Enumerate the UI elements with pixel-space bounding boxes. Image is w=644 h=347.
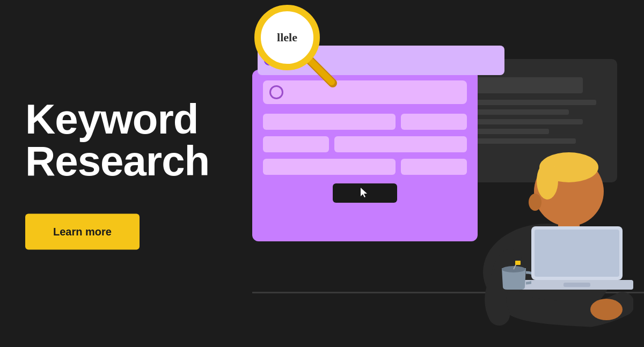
- svg-point-10: [590, 299, 623, 320]
- svg-rect-18: [564, 283, 590, 287]
- tea-cup: [496, 257, 531, 292]
- person-illustration: [440, 68, 633, 347]
- keyword-row-1: [263, 114, 467, 130]
- svg-rect-14: [515, 261, 521, 265]
- svg-text:llele: llele: [277, 31, 297, 44]
- hero-section: Keyword Research Learn more: [0, 0, 644, 347]
- keyword-chip: [263, 114, 396, 130]
- illustration-area: llele llele: [236, 0, 644, 347]
- keyword-row-2: [263, 136, 467, 152]
- svg-line-2: [310, 61, 332, 82]
- keyword-chip: [263, 136, 329, 152]
- hero-title: Keyword Research: [25, 98, 209, 181]
- keyword-chip: [263, 159, 396, 175]
- keyword-row-3: [263, 159, 467, 175]
- magnify-glass-icon: llele: [247, 0, 343, 94]
- keyword-rows: [263, 114, 467, 175]
- magnifying-glass: llele: [247, 0, 343, 96]
- title-line1: Keyword: [25, 95, 198, 142]
- title-line2: Research: [25, 137, 209, 184]
- svg-point-11: [529, 194, 541, 211]
- svg-point-8: [537, 162, 558, 200]
- laptop: [521, 224, 639, 299]
- cursor-icon: [358, 187, 371, 200]
- learn-more-button[interactable]: Learn more: [25, 213, 140, 249]
- search-action-button: [333, 183, 397, 203]
- text-section: Keyword Research Learn more: [25, 98, 209, 249]
- action-row: [263, 183, 467, 203]
- svg-rect-16: [535, 230, 619, 277]
